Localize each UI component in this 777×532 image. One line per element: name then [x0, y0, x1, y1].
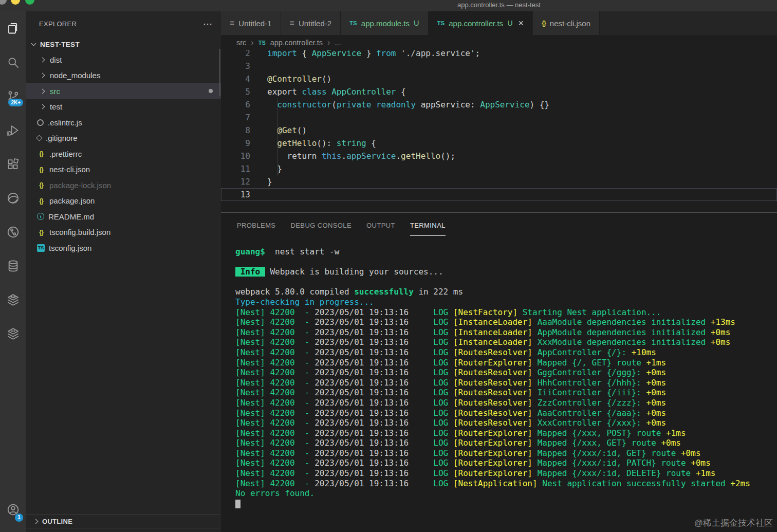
more-actions-icon[interactable]: ⋯ — [203, 18, 213, 30]
breadcrumb[interactable]: src › TS app.controller.ts › ... — [221, 35, 777, 50]
title-bar[interactable]: app.controller.ts — nest-test — [0, 0, 777, 11]
tree-item-tsconfig.build.json[interactable]: {}tsconfig.build.json — [26, 225, 221, 241]
tree-item-label: src — [50, 87, 60, 96]
terminal[interactable]: guang$ nest start -w Info Webpack is bui… — [221, 237, 777, 508]
chevron-right-icon: › — [327, 38, 330, 47]
tab-label: nest-cli.json — [550, 19, 590, 28]
tree-item-label: tsconfig.json — [49, 244, 91, 252]
code-line-2[interactable]: 2import { AppService } from './app.servi… — [221, 50, 777, 60]
code-line-5[interactable]: 5export class AppController { — [221, 85, 777, 98]
window-minimize-button[interactable] — [11, 0, 20, 5]
run-debug-icon[interactable] — [0, 113, 26, 147]
tree-item-dist[interactable]: dist — [26, 52, 221, 68]
search-icon[interactable] — [0, 45, 26, 79]
code-line-11[interactable]: 11 } — [221, 162, 777, 175]
panel-tab-output[interactable]: OUTPUT — [366, 213, 395, 237]
tree-item-node_modules[interactable]: node_modules — [26, 68, 221, 84]
chevron-right-icon — [33, 519, 39, 524]
code-text: constructor(private readonly appService:… — [250, 98, 549, 111]
code-line-10[interactable]: 10 return this.appService.getHello(); — [221, 150, 777, 162]
tree-item-test[interactable]: test — [26, 99, 221, 115]
tree-item-.prettierrc[interactable]: {}.prettierrc — [26, 146, 221, 162]
panel-tab-bar: PROBLEMSDEBUG CONSOLEOUTPUTTERMINAL — [221, 213, 777, 237]
outline-section[interactable]: OUTLINE — [26, 514, 221, 528]
line-number: 12 — [221, 175, 250, 188]
terminal-command-line: guang$ nest start -w — [235, 247, 777, 257]
tree-item-nest-cli.json[interactable]: {}nest-cli.json — [26, 162, 221, 178]
breadcrumb-symbol[interactable]: ... — [335, 39, 341, 47]
tab-label: app.controller.ts — [449, 19, 503, 28]
tree-root-nest-test[interactable]: NEST-TEST — [26, 36, 221, 52]
tab-label: Untitled-1 — [238, 19, 271, 28]
line-number: 5 — [221, 85, 250, 98]
tree-item-label: .gitignore — [46, 134, 78, 142]
tab-app.controller.ts[interactable]: TSapp.controller.tsU× — [429, 11, 533, 35]
code-line-3[interactable]: 3 — [221, 60, 777, 72]
line-number: 3 — [221, 60, 250, 72]
chevron-right-icon — [40, 73, 45, 78]
tree-item-label: dist — [50, 56, 62, 64]
code-line-6[interactable]: 6 constructor(private readonly appServic… — [221, 98, 777, 111]
breadcrumb-folder[interactable]: src — [236, 39, 246, 47]
edge-browser-icon[interactable] — [0, 181, 26, 215]
terminal-log-line: [Nest] 42200 - 2023/05/01 19:13:16 LOG [… — [235, 317, 777, 327]
code-editor[interactable]: 2import { AppService } from './app.servi… — [221, 50, 777, 212]
code-line-4[interactable]: 4@Controller() — [221, 72, 777, 85]
tab-label: app.module.ts — [361, 19, 410, 28]
code-line-8[interactable]: 8 @Get() — [221, 124, 777, 137]
source-control-icon[interactable]: 2K+ — [0, 79, 26, 113]
code-line-9[interactable]: 9 getHello(): string { — [221, 137, 777, 150]
tree-item-tsconfig.json[interactable]: TStsconfig.json — [26, 240, 221, 256]
extensions-icon[interactable] — [0, 147, 26, 181]
account-icon[interactable]: 1 — [0, 494, 26, 525]
terminal-cursor-line — [235, 499, 777, 509]
layers-a-icon[interactable] — [0, 283, 26, 317]
code-line-12[interactable]: 12} — [221, 175, 777, 188]
terminal-log-line: [Nest] 42200 - 2023/05/01 19:13:16 LOG [… — [235, 307, 777, 318]
tree-item-label: test — [50, 102, 62, 111]
tree-item-README.md[interactable]: iREADME.md — [26, 209, 221, 225]
close-icon[interactable]: × — [519, 18, 524, 29]
line-number: 9 — [221, 137, 250, 150]
tree-item-.eslintrc.js[interactable]: .eslintrc.js — [26, 115, 221, 131]
tab-app.module.ts[interactable]: TSapp.module.tsU — [341, 11, 428, 35]
activity-bar-top: 2K+ — [0, 11, 26, 351]
panel-tab-debug-console[interactable]: DEBUG CONSOLE — [290, 213, 351, 237]
watermark: @稀土掘金技术社区 — [694, 517, 773, 529]
code-line-13[interactable]: 13 — [221, 188, 777, 201]
terminal-typecheck-line: Type-checking in progress... — [235, 297, 777, 307]
database-icon[interactable] — [0, 249, 26, 283]
tree-item-label: package-lock.json — [49, 181, 111, 190]
code-text: } — [250, 175, 272, 188]
tree-item-label: README.md — [48, 212, 94, 221]
window-maximize-button[interactable] — [25, 0, 34, 5]
tab-nest-cli.json[interactable]: {}nest-cli.json — [533, 11, 600, 35]
code-text — [250, 60, 267, 72]
tree-item-.gitignore[interactable]: .gitignore — [26, 131, 221, 146]
tree-item-src[interactable]: src — [26, 83, 221, 99]
typescript-icon: TS — [349, 20, 357, 26]
tree-item-package.json[interactable]: {}package.json — [26, 193, 221, 209]
tree-item-package-lock.json[interactable]: {}package-lock.json — [26, 177, 221, 193]
tab-Untitled-2[interactable]: ≡Untitled-2 — [281, 11, 341, 35]
tree-root-label: NEST-TEST — [40, 41, 80, 48]
live-share-icon[interactable] — [0, 215, 26, 249]
layers-b-icon[interactable] — [0, 317, 26, 351]
breadcrumb-file[interactable]: app.controller.ts — [270, 39, 323, 47]
terminal-log-line: [Nest] 42200 - 2023/05/01 19:13:16 LOG [… — [235, 448, 777, 458]
terminal-log-line: [Nest] 42200 - 2023/05/01 19:13:16 LOG [… — [235, 337, 777, 347]
sidebar-scrollbar[interactable] — [219, 49, 220, 96]
tree-item-label: .eslintrc.js — [48, 118, 82, 127]
tab-Untitled-1[interactable]: ≡Untitled-1 — [221, 11, 281, 35]
window-close-button[interactable] — [0, 0, 7, 5]
panel-tab-terminal[interactable]: TERMINAL — [410, 213, 446, 237]
explorer-icon[interactable] — [0, 11, 26, 45]
terminal-log-line: [Nest] 42200 - 2023/05/01 19:13:16 LOG [… — [235, 388, 777, 398]
code-line-7[interactable]: 7 — [221, 111, 777, 124]
panel-tab-problems[interactable]: PROBLEMS — [237, 213, 275, 237]
line-number: 8 — [221, 124, 250, 137]
line-number: 10 — [221, 150, 250, 162]
info-badge: Info — [235, 267, 265, 277]
file-tree: distnode_modulessrctest.eslintrc.js.giti… — [26, 52, 221, 256]
bottom-panel: PROBLEMSDEBUG CONSOLEOUTPUTTERMINAL guan… — [221, 212, 777, 532]
